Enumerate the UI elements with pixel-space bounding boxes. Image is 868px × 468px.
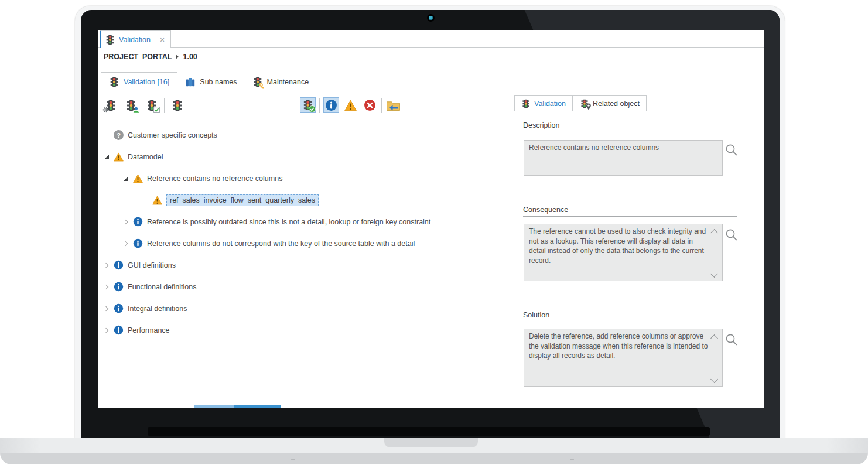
detail-tab-label: Validation xyxy=(534,100,566,108)
consequence-label: Consequence xyxy=(523,206,737,217)
info-icon xyxy=(133,217,143,227)
info-icon xyxy=(114,325,124,335)
info-icon xyxy=(325,99,337,111)
traffic-light-pin-icon xyxy=(580,99,589,108)
tab-label: Maintenance xyxy=(267,78,309,86)
breadcrumb-version: 1.00 xyxy=(183,53,197,61)
expander-collapsed-icon[interactable] xyxy=(122,242,129,245)
expander-collapsed-icon[interactable] xyxy=(103,329,110,332)
tree-item-reference-contains-no-reference-columns[interactable]: Reference contains no reference columns xyxy=(98,168,510,189)
info-icon xyxy=(133,238,143,248)
show-information-toggle[interactable] xyxy=(323,97,339,113)
columns-icon xyxy=(185,77,196,87)
go-to-related-object-button[interactable] xyxy=(385,97,401,113)
traffic-light-checkbox-icon xyxy=(146,100,158,111)
expander-expanded-icon[interactable] xyxy=(103,155,110,159)
traffic-light-icon xyxy=(109,77,119,87)
info-icon xyxy=(114,282,124,292)
show-warnings-toggle[interactable] xyxy=(343,97,358,113)
folder-arrow-icon xyxy=(386,100,401,111)
tree-item-integral-definitions[interactable]: Integral definitions xyxy=(98,298,510,319)
laptop-foot xyxy=(291,459,295,460)
expander-collapsed-icon[interactable] xyxy=(103,307,110,310)
tab-label: Sub names xyxy=(200,78,237,86)
show-errors-toggle[interactable] xyxy=(362,97,378,113)
tree-item-functional-definitions[interactable]: Functional definitions xyxy=(98,276,510,298)
document-tab-bar: Validation × xyxy=(98,30,764,48)
webcam-lens-icon xyxy=(429,16,433,20)
run-validation-button[interactable] xyxy=(169,97,185,113)
traffic-light-person-icon xyxy=(125,100,137,111)
description-label: Description xyxy=(523,121,737,132)
expander-expanded-icon[interactable] xyxy=(122,176,129,181)
webcam xyxy=(427,14,435,22)
traffic-light-green-check-icon xyxy=(302,100,313,111)
traffic-light-icon xyxy=(521,99,531,108)
validation-tree: ? Customer specific concepts Datamodel R… xyxy=(98,124,510,341)
selected-tree-item-label: ref_sales_invoice_flow_sent_quarterly_sa… xyxy=(166,194,319,206)
warning-icon xyxy=(114,152,124,162)
info-icon xyxy=(114,303,124,313)
warning-icon xyxy=(152,196,162,205)
breadcrumb-arrow-icon xyxy=(176,54,179,59)
expander-collapsed-icon[interactable] xyxy=(103,285,110,289)
toolbar-divider xyxy=(381,98,382,113)
expander-collapsed-icon[interactable] xyxy=(122,220,129,224)
tab-sub-names[interactable]: Sub names xyxy=(177,72,244,91)
traffic-light-icon xyxy=(105,35,115,45)
tab-validation[interactable]: Validation [16] xyxy=(101,72,177,91)
detail-tab-related-object[interactable]: Related object xyxy=(573,95,647,111)
tab-label: Validation [16] xyxy=(124,78,169,86)
validation-by-user-button[interactable] xyxy=(123,97,139,113)
close-tab-icon[interactable]: × xyxy=(160,36,165,44)
expander-collapsed-icon[interactable] xyxy=(103,264,110,267)
tree-item-datamodel[interactable]: Datamodel xyxy=(98,146,510,168)
breadcrumb-project: PROJECT_PORTAL xyxy=(104,53,172,61)
app-window: Validation × PROJECT_PORTAL 1.00 Validat… xyxy=(98,30,764,408)
tree-item-customer-specific-concepts[interactable]: ? Customer specific concepts xyxy=(98,124,510,146)
error-icon xyxy=(364,99,376,111)
validation-settings-button[interactable] xyxy=(102,97,118,113)
detail-panel: Validation Related object Description Re… xyxy=(511,95,764,408)
solution-label: Solution xyxy=(523,311,737,322)
laptop-foot xyxy=(570,459,574,460)
consequence-field[interactable]: The reference cannot be used to also che… xyxy=(524,224,723,281)
cut-off-blue-element xyxy=(194,405,281,408)
help-icon: ? xyxy=(114,130,124,140)
show-approved-toggle[interactable] xyxy=(300,97,316,113)
document-tab-validation[interactable]: Validation × xyxy=(100,30,171,48)
tree-item-reference-columns-do-not-correspond[interactable]: Reference columns do not correspond with… xyxy=(98,233,510,254)
laptop-base-bottom xyxy=(0,453,868,464)
solution-field[interactable]: Delete the reference, add reference colu… xyxy=(524,329,723,387)
document-tab-label: Validation xyxy=(119,36,151,44)
zoom-description-icon[interactable] xyxy=(725,144,738,156)
approve-validation-button[interactable] xyxy=(143,97,159,113)
tree-item-reference-possibly-outdated[interactable]: Reference is possibly outdated since thi… xyxy=(98,211,510,233)
toolbar-divider xyxy=(164,98,165,113)
info-icon xyxy=(114,260,124,270)
tree-item-performance[interactable]: Performance xyxy=(98,319,510,341)
traffic-light-gear-icon xyxy=(105,100,117,111)
tab-maintenance[interactable]: Maintenance xyxy=(245,72,317,91)
laptop-lid-notch xyxy=(384,438,478,447)
detail-tab-validation[interactable]: Validation xyxy=(514,95,573,111)
detail-tab-label: Related object xyxy=(593,100,640,108)
traffic-light-icon xyxy=(172,100,183,111)
zoom-consequence-icon[interactable] xyxy=(725,228,738,241)
laptop-hinge xyxy=(148,427,710,436)
tree-item-gui-definitions[interactable]: GUI definitions xyxy=(98,254,510,276)
laptop-mockup: Validation × PROJECT_PORTAL 1.00 Validat… xyxy=(0,0,868,468)
warning-icon xyxy=(344,100,357,111)
description-field[interactable]: Reference contains no reference columns xyxy=(524,140,723,176)
breadcrumb: PROJECT_PORTAL 1.00 xyxy=(104,53,197,61)
traffic-light-wrench-icon xyxy=(252,77,263,87)
warning-icon xyxy=(133,174,143,183)
laptop-base xyxy=(0,438,868,453)
tree-item-ref-sales-invoice-flow-sent-quarterly-sales[interactable]: ref_sales_invoice_flow_sent_quarterly_sa… xyxy=(98,189,510,211)
toolbar-divider xyxy=(319,98,320,113)
main-tab-bar: Validation [16] Sub names Maintenance xyxy=(98,72,764,91)
zoom-solution-icon[interactable] xyxy=(725,333,738,346)
